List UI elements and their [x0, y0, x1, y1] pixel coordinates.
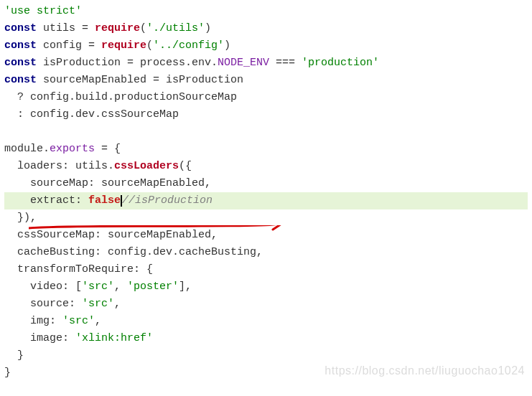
code-line: const sourceMapEnabled = isProduction — [4, 72, 528, 89]
string-literal: './utils' — [146, 22, 205, 34]
code-text: ( — [146, 39, 153, 52]
code-text: }), — [4, 212, 37, 224]
keyword-const: const — [4, 74, 37, 86]
code-text: image: — [4, 332, 75, 344]
code-text: , — [95, 315, 101, 327]
code-text: loaders: utils. — [4, 160, 114, 172]
code-text: isProduction = process.env. — [37, 57, 218, 69]
code-line: cacheBusting: config.dev.cacheBusting, — [4, 244, 528, 261]
code-text: utils = — [37, 22, 95, 34]
code-line: const isProduction = process.env.NODE_EN… — [4, 55, 528, 72]
code-text: ? config.build.productionSourceMap — [4, 91, 237, 103]
code-text: video: [ — [4, 280, 82, 293]
code-text: source: — [4, 298, 82, 310]
code-text: = { — [95, 143, 121, 155]
code-line: sourceMap: sourceMapEnabled, — [4, 175, 528, 192]
code-block: 'use strict' const utils = require('./ut… — [4, 3, 528, 382]
code-line: img: 'src', — [4, 313, 528, 330]
code-text: ) — [224, 39, 230, 52]
code-line: image: 'xlink:href' — [4, 330, 528, 347]
code-text: : config.dev.cssSourceMap — [4, 108, 179, 121]
string-literal: 'production' — [302, 57, 379, 69]
code-line: module.exports = { — [4, 141, 528, 158]
string-literal: 'poster' — [127, 280, 179, 293]
code-line: transformToRequire: { — [4, 261, 528, 278]
code-line: const utils = require('./utils') — [4, 20, 528, 37]
code-text: sourceMapEnabled = isProduction — [37, 74, 243, 86]
code-text: cacheBusting: config.dev.cacheBusting, — [4, 246, 263, 258]
code-line: } — [4, 347, 528, 364]
string-literal: 'use strict' — [4, 5, 82, 17]
code-line: } — [4, 364, 528, 382]
code-line: cssSourceMap: sourceMapEnabled, — [4, 227, 528, 244]
require-call: require — [95, 22, 140, 34]
string-literal: 'src' — [82, 280, 114, 293]
keyword-const: const — [4, 22, 37, 34]
code-line: loaders: utils.cssLoaders({ — [4, 158, 528, 175]
code-text: ( — [140, 22, 146, 34]
code-text: ({ — [179, 160, 192, 172]
code-text: config = — [37, 39, 101, 52]
highlighted-line: extract: false//isProduction — [4, 192, 528, 209]
code-line-blank — [4, 123, 528, 141]
code-text: ], — [179, 280, 192, 293]
string-literal: '../config' — [153, 39, 224, 52]
code-text: , — [114, 280, 127, 293]
comment: //isProduction — [122, 194, 213, 207]
code-text: transformToRequire: { — [4, 263, 153, 275]
code-text: } — [4, 349, 24, 362]
code-text: , — [114, 298, 121, 310]
string-literal: 'xlink:href' — [75, 332, 153, 344]
keyword-const: const — [4, 39, 37, 52]
exports: exports — [50, 143, 95, 155]
keyword-const: const — [4, 57, 37, 69]
code-text: extract: — [4, 194, 88, 207]
code-line: video: ['src', 'poster'], — [4, 278, 528, 296]
code-text: module. — [4, 143, 50, 155]
code-text: ) — [205, 22, 211, 34]
boolean-false: false — [88, 194, 121, 207]
method-cssLoaders: cssLoaders — [114, 160, 179, 172]
code-text: cssSourceMap: sourceMapEnabled, — [4, 229, 218, 241]
code-line: const config = require('../config') — [4, 37, 528, 55]
string-literal: 'src' — [82, 298, 114, 310]
code-text: img: — [4, 315, 62, 327]
code-line: ? config.build.productionSourceMap — [4, 89, 528, 106]
string-literal: 'src' — [62, 315, 95, 327]
code-line: 'use strict' — [4, 3, 528, 20]
require-call: require — [101, 39, 146, 52]
env-var: NODE_ENV — [218, 57, 269, 69]
code-line: }), — [4, 209, 528, 227]
code-line: : config.dev.cssSourceMap — [4, 106, 528, 123]
code-text: sourceMap: sourceMapEnabled, — [4, 177, 211, 189]
code-line: source: 'src', — [4, 296, 528, 313]
code-text: === — [269, 57, 302, 69]
code-text: } — [4, 367, 11, 379]
